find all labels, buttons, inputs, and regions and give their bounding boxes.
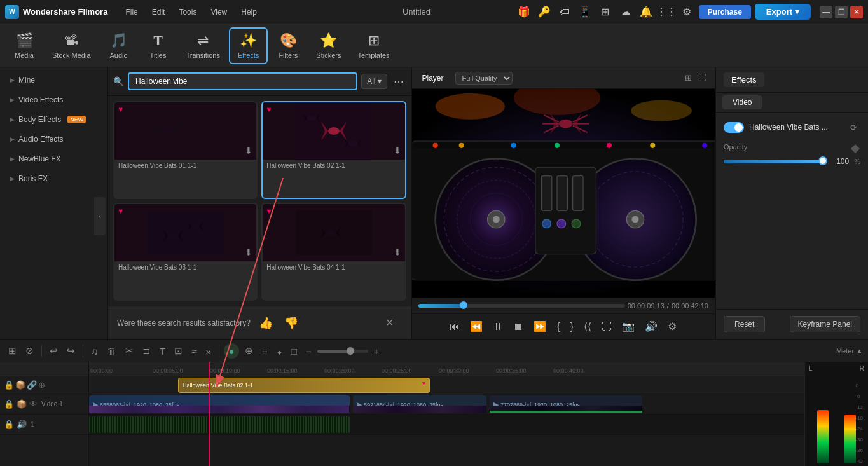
camera-clip-icon[interactable]: □ bbox=[288, 343, 300, 359]
tool-filters[interactable]: 🎨 Filters bbox=[269, 29, 307, 63]
split-audio-icon[interactable]: ≡ bbox=[259, 343, 271, 359]
prev-frame-button[interactable]: ⟨⟨ bbox=[579, 318, 596, 335]
effect-card-1[interactable]: ♥ bbox=[113, 101, 258, 199]
export-button[interactable]: Export ▾ bbox=[755, 4, 811, 20]
cut-button[interactable]: ✂ bbox=[122, 343, 137, 359]
play-pause-button[interactable]: ⏸ bbox=[488, 319, 507, 335]
effect-card-3[interactable]: ♥ ⬇ Halloween Vibe Bat bbox=[113, 203, 258, 301]
full-screen-button[interactable]: ⛶ bbox=[597, 319, 616, 335]
sidebar-item-boris-fx[interactable]: ▶ Boris FX bbox=[3, 169, 105, 188]
video-clip-2[interactable]: ▶ 5921854-hd_1920_1080_25fps bbox=[353, 395, 486, 413]
tool-audio[interactable]: 🎵 Audio bbox=[100, 29, 138, 63]
package-icon[interactable]: 📦 bbox=[17, 399, 27, 409]
link-icon[interactable]: 🔗 bbox=[27, 380, 37, 390]
undo-button[interactable]: ↩ bbox=[46, 343, 61, 359]
redo-button[interactable]: ↪ bbox=[64, 343, 78, 359]
step-back-button[interactable]: ⏪ bbox=[465, 318, 487, 335]
phone-icon[interactable]: 📱 bbox=[577, 4, 593, 20]
video-clip-3[interactable]: ▶ 7707869-hd_1920_1080_25fps bbox=[490, 395, 642, 413]
gift-icon[interactable]: 🎁 bbox=[516, 4, 532, 20]
crop-icon[interactable]: ⊡ bbox=[171, 343, 186, 359]
effect-card-4[interactable]: ♥ ⬇ Halloween Vibe Bats 04 1-1 bbox=[261, 203, 406, 301]
menu-view[interactable]: View bbox=[204, 5, 233, 19]
tool-stickers[interactable]: ⭐ Stickers bbox=[308, 29, 348, 63]
purchase-button[interactable]: Purchase bbox=[699, 5, 751, 19]
trim-button[interactable]: ⊐ bbox=[139, 343, 154, 359]
add-track-icon[interactable]: ⊕ bbox=[38, 380, 45, 390]
sidebar-item-mine[interactable]: ▶ Mine bbox=[3, 71, 105, 90]
magnet-icon[interactable]: ⊘ bbox=[22, 343, 37, 359]
audio-button[interactable]: 🔊 bbox=[640, 318, 662, 335]
maximize-button[interactable]: ❐ bbox=[835, 6, 848, 18]
delete-button[interactable]: 🗑 bbox=[104, 343, 120, 359]
reset-button[interactable]: Reset bbox=[724, 316, 765, 332]
lock-icon[interactable]: 🔒 bbox=[4, 420, 14, 429]
effect-reset-icon[interactable]: ⟳ bbox=[846, 120, 860, 134]
progress-bar[interactable] bbox=[418, 304, 625, 308]
opacity-slider[interactable] bbox=[724, 160, 826, 163]
speaker-icon[interactable]: 🔊 bbox=[17, 420, 27, 429]
lock-icon[interactable]: 🔒 bbox=[4, 380, 14, 390]
download-icon[interactable]: ⬇ bbox=[394, 247, 401, 257]
effect-clip[interactable]: Halloween Vibe Bats 02 1-1 ♥ bbox=[178, 378, 430, 393]
sidebar-item-body-effects[interactable]: ▶ Body Effects NEW bbox=[3, 110, 105, 129]
settings-transport-button[interactable]: ⚙ bbox=[663, 318, 681, 335]
bell-icon[interactable]: 🔔 bbox=[638, 4, 654, 20]
stop-button[interactable]: ⏹ bbox=[509, 319, 528, 335]
audio-clip-1[interactable] bbox=[89, 416, 350, 433]
music-icon[interactable]: ♫ bbox=[88, 343, 101, 359]
grid-icon[interactable]: ⊞ bbox=[597, 4, 614, 20]
grid-view-icon[interactable]: ⊞ bbox=[683, 71, 694, 85]
effects-filter-dropdown[interactable]: All ▾ bbox=[361, 74, 387, 89]
effect-toggle[interactable] bbox=[724, 122, 744, 133]
video-sub-tab[interactable]: Video bbox=[722, 95, 762, 109]
download-icon[interactable]: ⬇ bbox=[245, 247, 252, 257]
tag-icon[interactable]: 🏷 bbox=[556, 4, 573, 20]
apps-icon[interactable]: ⋮⋮ bbox=[658, 4, 675, 20]
skip-back-button[interactable]: ⏮ bbox=[445, 319, 464, 335]
player-tab[interactable]: Player bbox=[418, 72, 448, 84]
effects-more-button[interactable]: ⋯ bbox=[391, 73, 406, 90]
sidebar-item-newblue-fx[interactable]: ▶ NewBlue FX bbox=[3, 149, 105, 168]
audio-sync-icon[interactable]: ≈ bbox=[188, 343, 200, 359]
tool-titles[interactable]: T Titles bbox=[139, 29, 177, 63]
feedback-close-button[interactable]: ✕ bbox=[376, 312, 403, 334]
zoom-slider[interactable] bbox=[317, 350, 368, 353]
keyframe-diamond-icon[interactable] bbox=[850, 144, 860, 154]
track-type-icon[interactable]: ⊞ bbox=[5, 343, 20, 359]
like-button[interactable]: 👍 bbox=[256, 315, 276, 331]
sidebar-item-audio-effects[interactable]: ▶ Audio Effects bbox=[3, 130, 105, 149]
effect-card-2[interactable]: ♥ bbox=[261, 101, 406, 199]
key-icon[interactable]: 🔑 bbox=[536, 4, 553, 20]
menu-help[interactable]: Help bbox=[235, 5, 263, 19]
download-icon[interactable]: ⬇ bbox=[394, 146, 401, 156]
sidebar-item-video-effects[interactable]: ▶ Video Effects bbox=[3, 90, 105, 109]
zoom-in-btn[interactable]: + bbox=[371, 343, 383, 359]
fx-icon[interactable]: ⊕ bbox=[242, 343, 256, 359]
minimize-button[interactable]: — bbox=[820, 6, 832, 18]
download-icon[interactable]: ⬇ bbox=[245, 146, 252, 156]
settings-icon[interactable]: ⚙ bbox=[679, 4, 695, 20]
tool-effects[interactable]: ✨ Effects bbox=[229, 27, 268, 64]
effects-tab[interactable]: Effects bbox=[724, 72, 764, 87]
marker-icon[interactable]: ⬥ bbox=[273, 343, 286, 359]
panel-collapse-button[interactable]: ‹ bbox=[94, 197, 106, 235]
keyframe-panel-button[interactable]: Keyframe Panel bbox=[790, 316, 860, 332]
mark-out-button[interactable]: } bbox=[566, 319, 578, 335]
menu-edit[interactable]: Edit bbox=[146, 5, 172, 19]
close-button[interactable]: ✕ bbox=[850, 6, 863, 18]
step-forward-button[interactable]: ⏩ bbox=[529, 318, 551, 335]
fullscreen-icon[interactable]: ⛶ bbox=[696, 71, 708, 85]
mark-in-button[interactable]: { bbox=[552, 319, 564, 335]
quality-select[interactable]: Full Quality bbox=[455, 72, 513, 85]
menu-tools[interactable]: Tools bbox=[172, 5, 203, 19]
more-tools-icon[interactable]: » bbox=[203, 343, 214, 359]
package-icon[interactable]: 📦 bbox=[15, 380, 25, 390]
zoom-out-btn[interactable]: − bbox=[303, 343, 315, 359]
tool-transitions[interactable]: ⇌ Transitions bbox=[179, 29, 228, 63]
dislike-button[interactable]: 👎 bbox=[281, 315, 301, 331]
lock-icon[interactable]: 🔒 bbox=[4, 399, 14, 409]
text-tool[interactable]: T bbox=[156, 343, 169, 359]
eye-icon[interactable]: 👁 bbox=[29, 399, 38, 409]
record-button[interactable]: ● bbox=[224, 343, 239, 359]
